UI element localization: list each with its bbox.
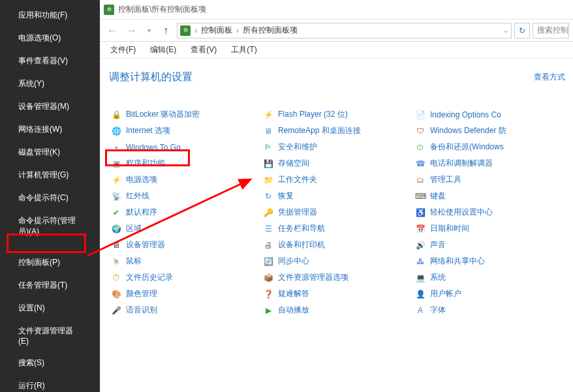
applet-label: 程序和功能 bbox=[126, 158, 165, 169]
applet-icon: 🖥 bbox=[110, 239, 122, 251]
applet-item[interactable]: 🎤语音识别 bbox=[109, 302, 261, 318]
menubar-item-3[interactable]: 工具(T) bbox=[225, 42, 263, 57]
applet-label: 文件资源管理器选项 bbox=[278, 272, 348, 283]
page-title: 调整计算机的设置 bbox=[109, 70, 193, 84]
applet-icon: 👤 bbox=[414, 288, 426, 300]
context-menu-item-11[interactable]: 任务管理器(T) bbox=[0, 274, 100, 297]
applet-item[interactable]: 🔑凭据管理器 bbox=[261, 204, 413, 220]
context-menu-item-2[interactable]: 事件查看器(V) bbox=[0, 50, 100, 72]
context-menu-item-10[interactable]: 控制面板(P) bbox=[0, 251, 100, 274]
applet-item[interactable]: 📦文件资源管理器选项 bbox=[261, 269, 413, 286]
applet-icon: ♿ bbox=[414, 207, 426, 219]
applet-item[interactable]: A字体 bbox=[413, 302, 565, 318]
context-menu-item-8[interactable]: 命令提示符(C) bbox=[0, 187, 100, 209]
applet-item[interactable]: ▶自动播放 bbox=[261, 302, 413, 318]
applet-icon: ⚡ bbox=[262, 109, 274, 121]
applet-item[interactable]: 🖱鼠标 bbox=[109, 253, 261, 269]
applet-item[interactable]: ⚡Flash Player (32 位) bbox=[261, 106, 413, 123]
context-menu-item-7[interactable]: 计算机管理(G) bbox=[0, 164, 100, 187]
forward-button[interactable]: → bbox=[123, 22, 140, 39]
applet-icon: 🏳 bbox=[262, 142, 274, 153]
applet-label: 设备和打印机 bbox=[278, 239, 325, 250]
applet-item[interactable]: 💻系统 bbox=[413, 269, 565, 286]
applet-label: 系统 bbox=[430, 272, 446, 283]
applet-label: 自动播放 bbox=[278, 305, 309, 316]
applet-item[interactable]: 🖥RemoteApp 和桌面连接 bbox=[261, 123, 413, 139]
menubar-item-1[interactable]: 编辑(E) bbox=[144, 42, 183, 57]
applet-icon: 🖧 bbox=[414, 256, 426, 267]
applet-icon: ☰ bbox=[262, 223, 274, 235]
applet-item[interactable]: ▪Windows To Go bbox=[109, 139, 261, 155]
address-bar[interactable]: ⚙ › 控制面板 › 所有控制面板项 ⌄ bbox=[177, 23, 512, 38]
applet-icon: ⏱ bbox=[110, 272, 122, 284]
view-mode-label[interactable]: 查看方式 bbox=[534, 72, 565, 83]
applet-icon: 🎨 bbox=[110, 288, 122, 300]
applet-item[interactable]: 👤用户帐户 bbox=[413, 286, 565, 302]
address-dropdown-icon[interactable]: ⌄ bbox=[503, 27, 508, 34]
search-placeholder: 搜索控制面 bbox=[537, 25, 569, 36]
applet-label: 存储空间 bbox=[278, 158, 309, 169]
applet-icon: 🔊 bbox=[414, 239, 426, 251]
context-menu-item-14[interactable]: 搜索(S) bbox=[0, 352, 100, 374]
menubar-item-2[interactable]: 查看(V) bbox=[184, 42, 223, 57]
context-menu-item-12[interactable]: 设置(N) bbox=[0, 297, 100, 320]
window-title: 控制面板\所有控制面板项 bbox=[118, 4, 206, 15]
applet-item[interactable]: 🛡Windows Defender 防 bbox=[413, 123, 565, 139]
context-menu-item-5[interactable]: 网络连接(W) bbox=[0, 118, 100, 141]
search-input[interactable]: 搜索控制面 bbox=[533, 23, 569, 38]
applet-item[interactable]: 📡红外线 bbox=[109, 188, 261, 204]
context-menu-item-3[interactable]: 系统(Y) bbox=[0, 72, 100, 95]
applet-item[interactable]: 📅日期和时间 bbox=[413, 220, 565, 237]
up-button[interactable]: ↑ bbox=[157, 22, 174, 39]
applet-item[interactable]: 🔊声音 bbox=[413, 237, 565, 253]
applet-item[interactable]: 🎨颜色管理 bbox=[109, 286, 261, 302]
applet-item[interactable]: ☎电话和调制解调器 bbox=[413, 155, 565, 172]
applet-item[interactable]: ⏲备份和还原(Windows bbox=[413, 139, 565, 155]
context-menu-item-15[interactable]: 运行(R) bbox=[0, 374, 100, 392]
applet-item[interactable]: ⚡电源选项 bbox=[109, 172, 261, 188]
recent-dropdown[interactable]: ▾ bbox=[143, 22, 155, 39]
context-menu-item-0[interactable]: 应用和功能(F) bbox=[0, 4, 100, 27]
applet-icon: ▣ bbox=[110, 158, 122, 170]
applet-item[interactable]: 🏳安全和维护 bbox=[261, 139, 413, 155]
applet-label: 颜色管理 bbox=[126, 288, 157, 299]
context-menu-item-9[interactable]: 命令提示符(管理员)(A) bbox=[0, 209, 100, 243]
applet-icon: ↻ bbox=[262, 190, 274, 202]
applet-label: 工作文件夹 bbox=[278, 174, 317, 185]
context-menu-item-6[interactable]: 磁盘管理(K) bbox=[0, 141, 100, 164]
refresh-button[interactable]: ↻ bbox=[514, 23, 530, 38]
applet-label: 红外线 bbox=[126, 190, 149, 202]
applet-item[interactable]: 📁工作文件夹 bbox=[261, 172, 413, 188]
applet-item[interactable]: 🌍区域 bbox=[109, 220, 261, 237]
applet-item[interactable]: ✔默认程序 bbox=[109, 204, 261, 220]
applet-item[interactable]: 🗂管理工具 bbox=[413, 172, 565, 188]
applet-item[interactable]: 🔄同步中心 bbox=[261, 253, 413, 269]
context-menu-item-4[interactable]: 设备管理器(M) bbox=[0, 95, 100, 118]
applet-icon: ⏲ bbox=[414, 142, 426, 153]
applet-item[interactable]: 🌐Internet 选项 bbox=[109, 123, 261, 139]
applet-icon: 💻 bbox=[414, 272, 426, 284]
breadcrumb-seg-1[interactable]: 所有控制面板项 bbox=[243, 25, 298, 36]
applet-item[interactable]: 🖥设备管理器 bbox=[109, 237, 261, 253]
applet-item[interactable]: ▣程序和功能 bbox=[109, 155, 261, 172]
applet-item[interactable]: 💾存储空间 bbox=[261, 155, 413, 172]
applet-item[interactable]: 🖧网络和共享中心 bbox=[413, 253, 565, 269]
applet-icon: ⚡ bbox=[110, 174, 122, 186]
breadcrumb-seg-0[interactable]: 控制面板 bbox=[201, 25, 232, 36]
applet-item[interactable]: ⌨键盘 bbox=[413, 188, 565, 204]
context-menu-item-1[interactable]: 电源选项(O) bbox=[0, 27, 100, 50]
breadcrumb-sep-icon: › bbox=[236, 26, 239, 35]
context-menu-item-13[interactable]: 文件资源管理器(E) bbox=[0, 320, 100, 352]
back-button[interactable]: ← bbox=[104, 22, 121, 39]
applet-item[interactable]: 🔒BitLocker 驱动器加密 bbox=[109, 106, 261, 123]
applet-item[interactable]: ☰任务栏和导航 bbox=[261, 220, 413, 237]
applet-icon: ▶ bbox=[262, 305, 274, 316]
applet-item[interactable]: 🖨设备和打印机 bbox=[261, 237, 413, 253]
menubar-item-0[interactable]: 文件(F) bbox=[104, 42, 142, 57]
applet-item[interactable]: ↻恢复 bbox=[261, 188, 413, 204]
applet-item[interactable]: ♿轻松使用设置中心 bbox=[413, 204, 565, 220]
applet-icon: 🔄 bbox=[262, 256, 274, 267]
applet-item[interactable]: 📄Indexing Options Co bbox=[413, 106, 565, 123]
applet-item[interactable]: ⏱文件历史记录 bbox=[109, 269, 261, 286]
applet-item[interactable]: ❓疑难解答 bbox=[261, 286, 413, 302]
